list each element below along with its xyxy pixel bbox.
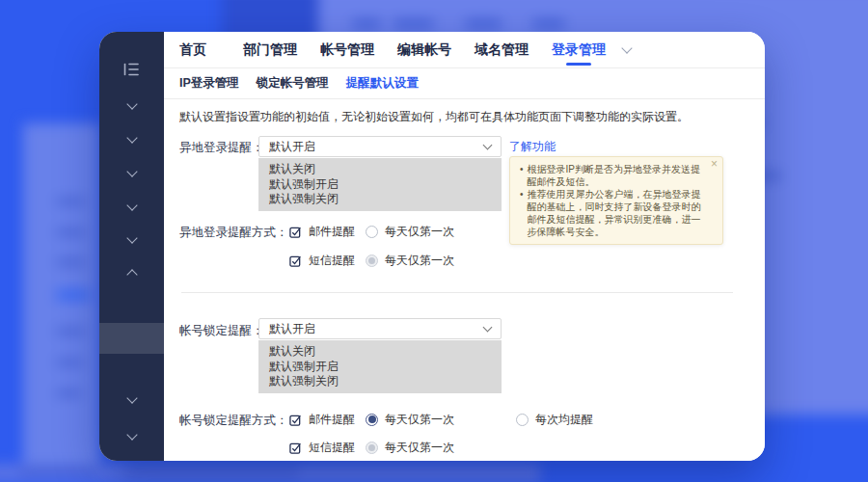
lock-reminder-label: 帐号锁定提醒： xyxy=(179,323,264,339)
tooltip-bullet: • 根据登录IP判断是否为异地登录并发送提醒邮件及短信。 xyxy=(518,163,707,188)
top-nav: 首页 部门管理 帐号管理 编辑帐号 域名管理 登录管理 xyxy=(164,32,765,68)
nav-item-edit-account[interactable]: 编辑帐号 xyxy=(397,41,451,59)
settings-window: 首页 部门管理 帐号管理 编辑帐号 域名管理 登录管理 IP登录管理 锁定帐号管… xyxy=(99,32,765,461)
nav-item-home[interactable]: 首页 xyxy=(179,41,206,59)
checkbox-checked-icon[interactable] xyxy=(289,414,302,426)
chevron-down-icon[interactable] xyxy=(126,200,137,210)
chevron-down-icon[interactable] xyxy=(126,429,137,440)
divider xyxy=(181,292,733,293)
learn-feature-link[interactable]: 了解功能 xyxy=(509,139,556,155)
remote-login-label: 异地登录提醒： xyxy=(179,140,264,156)
dropdown-option[interactable]: 默认强制关闭 xyxy=(258,192,502,207)
lock-reminder-dropdown: 默认关闭 默认强制开启 默认强制关闭 xyxy=(258,340,502,393)
checkbox-label: 邮件提醒 xyxy=(309,412,355,428)
radio-label: 每天仅第一次 xyxy=(385,224,454,240)
chevron-up-icon[interactable] xyxy=(126,269,137,280)
backdrop-bar xyxy=(56,198,85,205)
remote-method-label: 异地登录提醒方式： xyxy=(179,225,288,241)
main-content: 首页 部门管理 帐号管理 编辑帐号 域名管理 登录管理 IP登录管理 锁定帐号管… xyxy=(164,32,765,461)
sub-tabs: IP登录管理 锁定帐号管理 提醒默认设置 xyxy=(164,68,765,99)
checkbox-label: 短信提醒 xyxy=(309,440,355,456)
checkbox-label: 短信提醒 xyxy=(309,253,355,269)
backdrop-side-panel xyxy=(23,123,100,482)
backdrop-bar xyxy=(56,258,85,266)
tooltip-bullet: • 推荐使用灵犀办公客户端，在异地登录提醒的基础上，同时支持了新设备登录时的邮件… xyxy=(518,188,707,238)
radio-daily-first-disabled xyxy=(366,442,378,454)
radio-daily-first[interactable] xyxy=(366,414,378,426)
select-value: 默认开启 xyxy=(269,321,315,337)
lock-method-label: 帐号锁定提醒方式： xyxy=(179,413,288,429)
select-chevron-icon xyxy=(483,323,493,333)
dropdown-option[interactable]: 默认强制开启 xyxy=(258,177,502,193)
chevron-down-icon[interactable] xyxy=(126,132,137,143)
backdrop-pill xyxy=(393,19,434,29)
backdrop-bar xyxy=(19,469,96,475)
collapsed-sidebar xyxy=(99,32,164,461)
chevron-down-icon[interactable] xyxy=(621,42,632,53)
nav-item-department[interactable]: 部门管理 xyxy=(243,41,297,59)
lock-method-sms-row: 短信提醒 每天仅第一次 xyxy=(289,441,454,454)
lock-reminder-select[interactable]: 默认开启 xyxy=(258,318,502,339)
checkbox-label: 邮件提醒 xyxy=(309,224,355,240)
remote-login-select[interactable]: 默认开启 xyxy=(258,136,502,157)
lock-method-email-row: 邮件提醒 每天仅第一次 每次均提醒 xyxy=(289,413,593,426)
nav-item-login[interactable]: 登录管理 xyxy=(552,41,606,59)
chevron-down-icon[interactable] xyxy=(126,166,137,176)
backdrop-bar xyxy=(56,328,85,335)
backdrop-pill xyxy=(465,19,502,29)
checkbox-checked-icon[interactable] xyxy=(289,442,302,454)
nav-item-account[interactable]: 帐号管理 xyxy=(320,41,374,59)
backdrop-bar xyxy=(56,389,81,397)
close-icon[interactable]: × xyxy=(711,158,718,170)
radio-label: 每次均提醒 xyxy=(535,412,593,428)
chevron-down-icon[interactable] xyxy=(126,392,137,403)
remote-method-sms-row: 短信提醒 每天仅第一次 xyxy=(289,254,454,267)
dropdown-option[interactable]: 默认强制开启 xyxy=(258,360,502,375)
chevron-down-icon[interactable] xyxy=(126,98,137,109)
backdrop-active-item xyxy=(56,289,91,301)
backdrop-bar xyxy=(56,228,85,236)
select-chevron-icon xyxy=(483,141,493,150)
radio-label: 每天仅第一次 xyxy=(385,253,454,269)
radio-every-time[interactable] xyxy=(516,414,529,426)
subtab-ip-login[interactable]: IP登录管理 xyxy=(179,75,239,92)
radio-daily-first[interactable] xyxy=(366,226,378,238)
checkbox-checked-icon[interactable] xyxy=(289,254,302,267)
subtab-reminder-defaults[interactable]: 提醒默认设置 xyxy=(346,75,419,92)
dropdown-option[interactable]: 默认关闭 xyxy=(258,344,502,360)
chevron-down-icon[interactable] xyxy=(126,232,137,243)
remote-login-dropdown: 默认关闭 默认强制开启 默认强制关闭 xyxy=(258,158,502,211)
dropdown-option[interactable]: 默认关闭 xyxy=(258,162,502,177)
checkbox-checked-icon[interactable] xyxy=(289,226,302,238)
radio-daily-first-disabled xyxy=(366,254,378,267)
backdrop-pill xyxy=(352,19,381,29)
dropdown-option[interactable]: 默认强制关闭 xyxy=(258,374,502,389)
collapse-menu-icon[interactable] xyxy=(123,63,140,80)
subtab-lock-account[interactable]: 锁定帐号管理 xyxy=(257,75,329,92)
sidebar-highlighted-item[interactable] xyxy=(99,323,164,354)
select-value: 默认开启 xyxy=(269,139,315,155)
backdrop-pill xyxy=(532,19,565,29)
radio-label: 每天仅第一次 xyxy=(385,440,454,456)
nav-item-domain[interactable]: 域名管理 xyxy=(475,41,529,59)
backdrop-bar xyxy=(125,469,299,475)
backdrop-bar xyxy=(56,359,83,366)
page-description: 默认设置指设置功能的初始值，无论初始设置如何，均都可在具体功能页面下调整功能的实… xyxy=(179,109,689,125)
feature-tooltip: × • 根据登录IP判断是否为异地登录并发送提醒邮件及短信。 • 推荐使用灵犀办… xyxy=(509,156,723,245)
radio-label: 每天仅第一次 xyxy=(385,412,454,428)
